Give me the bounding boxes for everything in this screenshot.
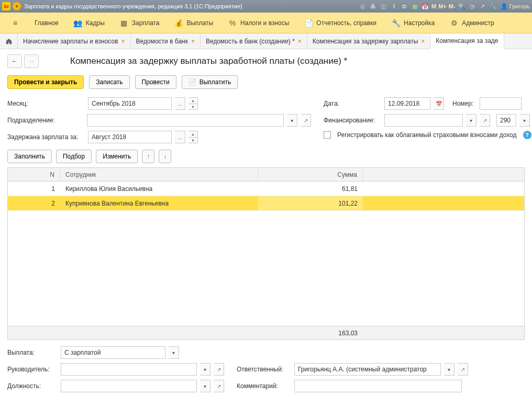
month-picker-button[interactable]: … xyxy=(175,97,185,110)
title-bar: 1c ▼ Зарплата и кадры государственного у… xyxy=(0,0,532,13)
department-dropdown[interactable]: ▾ xyxy=(287,114,297,127)
memory-m-plus[interactable]: M+ xyxy=(437,3,448,9)
register-tax-checkbox[interactable] xyxy=(324,131,331,139)
pay-button[interactable]: 📄Выплатить xyxy=(182,75,238,89)
label-withheld: Задержана зарплата за: xyxy=(7,133,85,141)
pick-button[interactable]: Подбор xyxy=(56,150,92,163)
withheld-picker-button[interactable]: … xyxy=(175,131,185,143)
responsible-open[interactable]: ↗ xyxy=(458,363,468,376)
month-field[interactable]: Сентябрь 2018 xyxy=(88,97,172,110)
table-row[interactable]: 2 Куприянова Валентина Евгеньевна 101,22 xyxy=(8,196,524,211)
clock-icon[interactable]: ◷ xyxy=(467,2,478,11)
save-button[interactable]: Записать xyxy=(89,75,129,89)
nav-forward-button[interactable]: → xyxy=(24,54,39,68)
label-date: Дата: xyxy=(324,100,381,107)
col-number[interactable]: N xyxy=(8,168,60,181)
compare-icon[interactable]: ◫ xyxy=(378,2,389,11)
withheld-field[interactable]: Август 2018 xyxy=(88,131,172,143)
wrench-icon: 🔧 xyxy=(391,19,401,27)
current-user[interactable]: 👤 Григорь xyxy=(501,3,530,10)
payment-dropdown[interactable]: ▾ xyxy=(169,346,179,359)
close-icon[interactable]: × xyxy=(121,38,125,45)
cell-employee: Куприянова Валентина Евгеньевна xyxy=(60,196,258,210)
fin-code-dropdown[interactable]: ▾ xyxy=(519,114,530,127)
tab-payroll[interactable]: Начисление зарплаты и взносов× xyxy=(18,33,131,49)
cell-n: 2 xyxy=(8,196,60,210)
print-icon[interactable]: 🖶 xyxy=(368,2,378,11)
upload-icon[interactable]: ⬆ xyxy=(389,2,399,11)
position-open[interactable]: ↗ xyxy=(214,380,224,392)
menu-settings[interactable]: 🔧Настройка xyxy=(384,13,442,33)
department-field[interactable] xyxy=(87,114,284,127)
tab-bar: Начисление зарплаты и взносов× Ведомости… xyxy=(0,33,532,49)
responsible-field[interactable]: Григорьянц А.А. (системный администратор xyxy=(294,363,441,376)
col-employee[interactable]: Сотрудник xyxy=(60,168,258,181)
payment-field[interactable]: С зарплатой xyxy=(61,346,165,359)
close-icon[interactable]: × xyxy=(421,38,425,45)
menu-reports[interactable]: 📄Отчетность, справки xyxy=(296,13,384,33)
memory-m[interactable]: M xyxy=(430,3,437,9)
tab-home[interactable] xyxy=(0,33,18,49)
copy-icon[interactable]: ⧉ xyxy=(399,2,409,11)
tab-compensation-new[interactable]: Компенсация за заде xyxy=(430,33,504,49)
menu-personnel[interactable]: 👥Кадры xyxy=(66,13,112,33)
comment-field[interactable] xyxy=(294,380,462,392)
move-up-button[interactable]: ↑ xyxy=(142,150,154,163)
col-sum[interactable]: Сумма xyxy=(258,168,363,181)
date-field[interactable]: 12.09.2018 xyxy=(384,97,430,110)
fin-code-field[interactable]: 290 xyxy=(496,114,516,127)
tab-compensation-list[interactable]: Компенсация за задержку зарплаты× xyxy=(307,33,430,49)
zoom-in-icon[interactable]: 🔍 xyxy=(457,2,467,11)
tools-icon[interactable]: 🔧 xyxy=(488,2,498,11)
move-down-button[interactable]: ↓ xyxy=(159,150,171,163)
edit-button[interactable]: Изменить xyxy=(96,150,138,163)
manager-field[interactable] xyxy=(61,363,197,376)
financing-dropdown[interactable]: ▾ xyxy=(466,114,476,127)
withheld-down[interactable]: ▼ xyxy=(189,137,198,143)
print-preview-icon[interactable]: ⎙ xyxy=(357,2,368,11)
cell-sum: 61,81 xyxy=(258,182,363,196)
menu-admin[interactable]: ⚙Администр xyxy=(442,13,501,33)
gear-icon: ⚙ xyxy=(449,19,459,27)
wallet-icon: 💰 xyxy=(174,19,183,27)
cell-employee: Кириллова Юлия Васильевна xyxy=(60,182,258,196)
number-field[interactable] xyxy=(480,97,522,110)
calendar-icon[interactable]: 📅 xyxy=(420,2,430,11)
manager-dropdown[interactable]: ▾ xyxy=(200,363,210,376)
post-and-close-button[interactable]: Провести и закрыть xyxy=(7,75,84,89)
tab-bank-lists[interactable]: Ведомости в банк× xyxy=(131,33,201,49)
menu-payments[interactable]: 💰Выплаты xyxy=(167,13,220,33)
close-icon[interactable]: × xyxy=(298,38,302,45)
menu-main[interactable]: Главное xyxy=(27,13,66,33)
people-icon: 👥 xyxy=(73,19,83,27)
withheld-up[interactable]: ▲ xyxy=(189,131,198,137)
responsible-dropdown[interactable]: ▾ xyxy=(444,363,455,376)
tab-bank-list-new[interactable]: Ведомость в банк (создание) *× xyxy=(201,33,307,49)
label-payment: Выплата: xyxy=(7,349,58,356)
date-picker-icon[interactable]: 📅 xyxy=(434,97,444,110)
department-open[interactable]: ↗ xyxy=(301,114,311,127)
label-financing: Финансирование: xyxy=(324,117,381,124)
report-icon: 📄 xyxy=(304,19,313,27)
table-row[interactable]: 1 Кириллова Юлия Васильевна 61,81 xyxy=(8,182,524,196)
menu-sections-icon[interactable]: ≡ xyxy=(3,13,27,33)
manager-open[interactable]: ↗ xyxy=(214,363,224,376)
calculator-icon[interactable]: ▦ xyxy=(409,2,420,11)
position-dropdown[interactable]: ▾ xyxy=(200,380,210,392)
nav-back-button[interactable]: ← xyxy=(7,54,22,68)
close-icon[interactable]: × xyxy=(191,38,195,45)
link-icon[interactable]: ↗ xyxy=(478,2,488,11)
financing-field[interactable] xyxy=(384,114,463,127)
month-down[interactable]: ▼ xyxy=(189,104,198,110)
app-menu-dropdown-icon[interactable]: ▼ xyxy=(13,2,21,10)
financing-open[interactable]: ↗ xyxy=(480,114,490,127)
post-button[interactable]: Провести xyxy=(135,75,176,89)
pay-icon: 📄 xyxy=(189,78,196,86)
menu-salary[interactable]: ▦Зарплата xyxy=(112,13,167,33)
position-field[interactable] xyxy=(61,380,197,392)
memory-m-minus[interactable]: M- xyxy=(448,3,457,9)
month-up[interactable]: ▲ xyxy=(189,97,198,104)
fill-button[interactable]: Заполнить xyxy=(7,150,52,163)
help-icon[interactable]: ? xyxy=(523,131,531,139)
menu-taxes[interactable]: %Налоги и взносы xyxy=(220,13,296,33)
